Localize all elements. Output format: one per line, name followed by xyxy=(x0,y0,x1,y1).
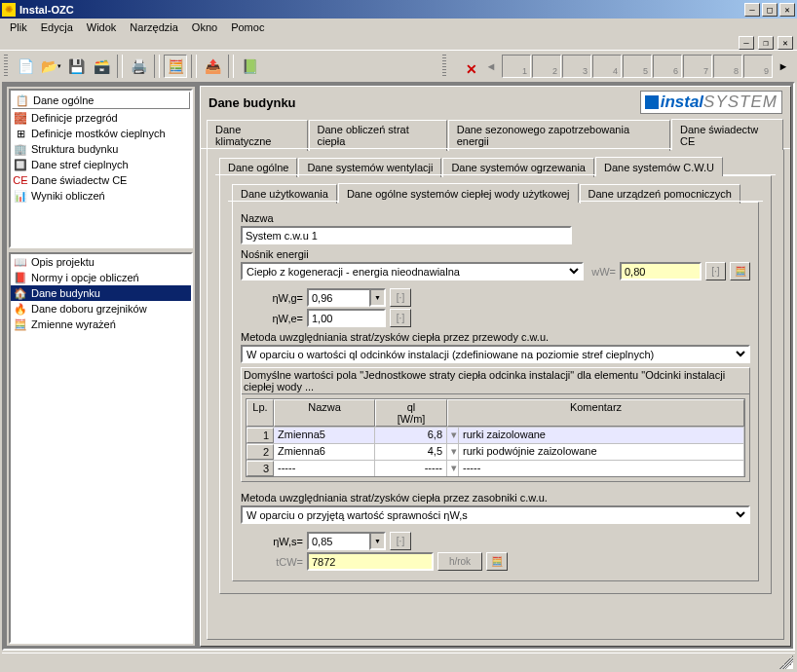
btn-wW-calc[interactable]: 🧮 xyxy=(730,262,750,280)
label-etaWg: ηW,g= xyxy=(260,292,303,304)
tab[interactable]: Dane ogólne xyxy=(219,158,297,177)
detail-item[interactable]: 📖Opis projektu xyxy=(11,254,191,270)
save-button[interactable]: 💾 xyxy=(64,55,88,78)
logo-icon xyxy=(645,95,659,109)
new-button[interactable]: 📄 xyxy=(14,55,37,78)
dd-etaWs[interactable] xyxy=(369,532,386,550)
label-method1: Metoda uwzględniania strat/zysków ciepła… xyxy=(241,331,750,343)
tab[interactable]: Dane obliczeń strat ciepła xyxy=(309,120,447,151)
defaults-table[interactable]: Lp. Nazwa ql[W/m] Komentarz 1Zmienna56,8… xyxy=(246,398,745,477)
table-row[interactable]: 3----------▾----- xyxy=(247,460,744,476)
category-item[interactable]: 🔲Dane stref cieplnych xyxy=(11,157,191,172)
mdi-minimize-button[interactable]: — xyxy=(739,36,754,50)
btn-tcw-calc[interactable]: 🧮 xyxy=(486,552,508,571)
input-etaWe[interactable] xyxy=(307,309,386,327)
nav-delete[interactable]: ✕ xyxy=(451,55,480,78)
dd-etaWg[interactable] xyxy=(369,288,386,307)
unit-tcw: h/rok xyxy=(437,552,482,571)
toolbar: 📄 📂▾ 💾 🗃️ 🖨️ 🧮 📤 📗 ✕ ◄ 1 2 3 4 5 6 7 8 9… xyxy=(0,50,797,81)
nav-page-4[interactable]: 4 xyxy=(592,55,622,78)
nav-page-6[interactable]: 6 xyxy=(653,55,682,78)
select-method1[interactable]: W oparciu o wartości ql odcinków instala… xyxy=(241,345,750,363)
window-title: Instal-OZC xyxy=(19,4,742,16)
nav-prev[interactable]: ◄ xyxy=(481,55,501,78)
category-item[interactable]: CEDane świadectw CE xyxy=(11,172,191,188)
nav-next[interactable]: ► xyxy=(774,55,793,78)
open-button[interactable]: 📂▾ xyxy=(39,55,62,78)
menu-file[interactable]: Plik xyxy=(4,20,33,34)
select-method2[interactable]: W oparciu o przyjętą wartość sprawności … xyxy=(241,505,750,524)
nav-page-5[interactable]: 5 xyxy=(623,55,652,78)
btn-etaWs-clear[interactable]: [·] xyxy=(390,532,411,550)
detail-item[interactable]: 🧮Zmienne wyrażeń xyxy=(11,317,191,332)
app-icon: ✺ xyxy=(2,3,16,17)
nav-page-2[interactable]: 2 xyxy=(532,55,561,78)
page-title: Dane budynku xyxy=(209,95,296,110)
help-button[interactable]: 📗 xyxy=(238,55,261,78)
tab[interactable]: Dane klimatyczne xyxy=(207,120,308,151)
label-nazwa: Nazwa xyxy=(241,212,750,224)
nav-page-9[interactable]: 9 xyxy=(743,55,773,78)
tab[interactable]: Dane użytkowania xyxy=(232,184,337,204)
resize-grip[interactable] xyxy=(779,655,793,669)
close-button[interactable]: ✕ xyxy=(779,3,795,17)
label-tcw: tCW= xyxy=(260,556,303,568)
input-etaWg[interactable] xyxy=(307,288,369,307)
calc-button[interactable]: 🧮 xyxy=(164,55,187,78)
input-wW[interactable] xyxy=(620,262,702,280)
btn-etaWg-clear[interactable]: [·] xyxy=(390,288,411,307)
tab[interactable]: Dane systemów C.W.U xyxy=(595,157,723,176)
nav-grip[interactable] xyxy=(442,55,446,78)
input-nazwa[interactable] xyxy=(241,226,572,244)
save-all-button[interactable]: 🗃️ xyxy=(90,55,113,78)
tab[interactable]: Dane systemów wentylacji xyxy=(298,158,441,177)
menu-tools[interactable]: Narzędzia xyxy=(124,20,184,34)
category-item[interactable]: 📋Dane ogólne xyxy=(12,92,190,109)
label-method2: Metoda uwzględniania strat/zysków ciepła… xyxy=(241,492,750,504)
nav-page-1[interactable]: 1 xyxy=(502,55,531,78)
menu-window[interactable]: Okno xyxy=(186,20,223,34)
label-nosnik: Nośnik energii xyxy=(241,248,750,260)
category-item[interactable]: 🏢Struktura budynku xyxy=(11,141,191,157)
mdi-restore-button[interactable]: ❐ xyxy=(758,36,774,50)
nav-page-7[interactable]: 7 xyxy=(683,55,712,78)
menu-help[interactable]: Pomoc xyxy=(225,20,270,34)
tab[interactable]: Dane świadectw CE xyxy=(671,119,783,150)
minimize-button[interactable]: — xyxy=(744,3,760,17)
table-row[interactable]: 1Zmienna56,8▾rurki zaizolowane xyxy=(247,427,744,443)
category-item[interactable]: 🧱Definicje przegród xyxy=(11,110,191,126)
menu-view[interactable]: Widok xyxy=(81,20,123,34)
nav-page-3[interactable]: 3 xyxy=(562,55,591,78)
menu-edit[interactable]: Edycja xyxy=(35,20,79,34)
input-tcw[interactable] xyxy=(307,552,434,571)
toolbar-grip[interactable] xyxy=(4,55,8,78)
col-lp: Lp. xyxy=(247,399,274,427)
label-etaWs: ηW,s= xyxy=(260,536,303,547)
page-navigator: ✕ ◄ 1 2 3 4 5 6 7 8 9 ► xyxy=(442,55,793,78)
select-nosnik[interactable]: Ciepło z kogeneracji - energia nieodnawi… xyxy=(241,262,584,280)
nav-page-8[interactable]: 8 xyxy=(713,55,742,78)
status-bar xyxy=(2,653,795,670)
category-list[interactable]: 📋Dane ogólne🧱Definicje przegród⊞Definicj… xyxy=(9,89,193,248)
maximize-button[interactable]: □ xyxy=(762,3,778,17)
main-menu: Plik Edycja Widok Narzędzia Okno Pomoc xyxy=(0,19,797,36)
btn-etaWe-clear[interactable]: [·] xyxy=(390,309,411,327)
detail-item[interactable]: 🔥Dane doboru grzejników xyxy=(11,301,191,317)
col-q: ql[W/m] xyxy=(375,399,447,427)
category-item[interactable]: 📊Wyniki obliczeń xyxy=(11,188,191,204)
print-button[interactable]: 🖨️ xyxy=(127,55,150,78)
tab[interactable]: Dane ogólne systemów ciepłej wody użytko… xyxy=(338,183,579,203)
tab[interactable]: Dane urządzeń pomocniczych xyxy=(580,184,740,204)
category-item[interactable]: ⊞Definicje mostków cieplnych xyxy=(11,126,191,141)
detail-list[interactable]: 📖Opis projektu📕Normy i opcje obliczeń🏠Da… xyxy=(9,252,193,644)
table-row[interactable]: 2Zmienna64,5▾rurki podwójnie zaizolowane xyxy=(247,443,744,460)
mdi-close-button[interactable]: ✕ xyxy=(778,36,793,50)
export-button[interactable]: 📤 xyxy=(201,55,224,78)
tab[interactable]: Dane systemów ogrzewania xyxy=(442,158,594,177)
btn-wW-clear[interactable]: [·] xyxy=(705,262,726,280)
label-wW: wW= xyxy=(591,266,616,278)
detail-item[interactable]: 📕Normy i opcje obliczeń xyxy=(11,270,191,285)
tab[interactable]: Dane sezonowego zapotrzebowania energii xyxy=(448,120,670,151)
detail-item[interactable]: 🏠Dane budynku xyxy=(11,285,191,301)
input-etaWs[interactable] xyxy=(307,532,369,550)
